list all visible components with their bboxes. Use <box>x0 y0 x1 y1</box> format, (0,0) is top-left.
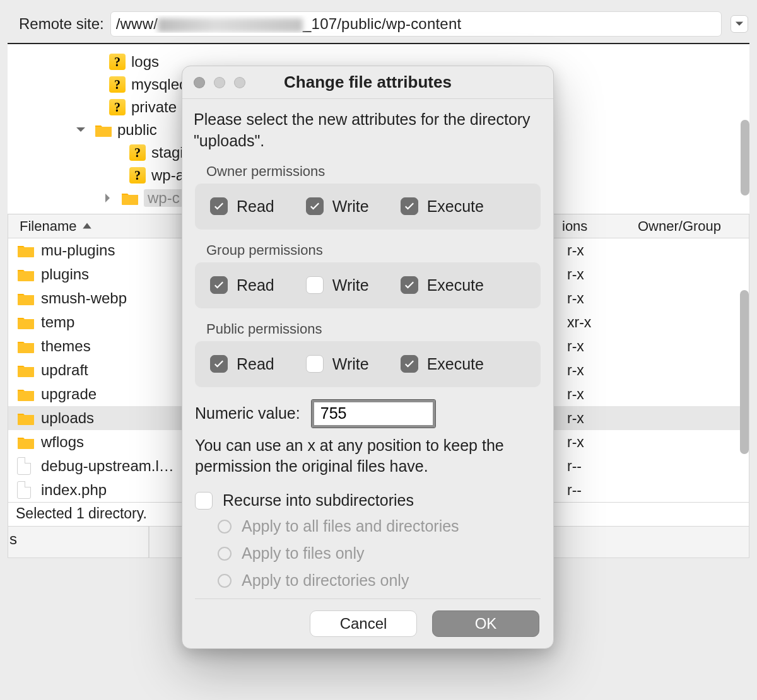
checkbox-icon <box>306 197 324 215</box>
file-permissions: r-x <box>567 410 630 427</box>
file-permissions: r-x <box>567 242 630 259</box>
file-permissions: r-- <box>567 458 630 475</box>
tree-item-label: stagi <box>151 144 184 161</box>
col-filename[interactable]: Filename <box>20 218 76 235</box>
file-permissions: r-- <box>567 482 630 499</box>
owner-read-checkbox[interactable]: Read <box>210 197 274 216</box>
checkbox-icon <box>401 276 418 294</box>
checkbox-icon <box>210 276 228 294</box>
owner-write-checkbox[interactable]: Write <box>306 197 369 216</box>
file-permissions: r-x <box>567 434 630 451</box>
folder-icon <box>17 290 37 306</box>
unknown-folder-icon: ? <box>129 145 146 160</box>
radio-icon <box>218 574 232 588</box>
file-icon <box>17 482 37 498</box>
scrollbar[interactable] <box>740 290 749 454</box>
tree-item-label: mysqled <box>131 76 187 93</box>
group-write-checkbox[interactable]: Write <box>306 276 369 295</box>
numeric-value-input[interactable] <box>312 400 435 428</box>
file-permissions: r-x <box>567 290 630 307</box>
folder-icon <box>17 434 37 450</box>
radio-icon <box>218 547 232 561</box>
chevron-right-icon <box>102 193 112 203</box>
ok-button[interactable]: OK <box>432 610 539 637</box>
unknown-folder-icon: ? <box>109 54 126 69</box>
tree-item-label: private <box>131 98 177 116</box>
folder-icon <box>17 266 37 283</box>
recurse-checkbox[interactable]: Recurse into subdirectories <box>195 491 541 510</box>
perm-group-label: Group permissions <box>206 242 542 259</box>
tree-item-label: wp-a <box>151 166 184 184</box>
col-permissions[interactable]: ions <box>562 218 625 235</box>
file-permissions: xr-x <box>567 314 630 331</box>
file-permissions: r-x <box>567 386 630 403</box>
perm-group-owner: ReadWriteExecute <box>195 184 541 230</box>
folder-icon <box>17 338 37 354</box>
file-permissions: r-x <box>567 338 630 355</box>
folder-icon <box>17 314 37 330</box>
unknown-folder-icon: ? <box>129 168 146 183</box>
recurse-option: Apply to files only <box>218 544 542 563</box>
owner-execute-checkbox[interactable]: Execute <box>401 197 484 216</box>
folder-icon <box>17 386 37 402</box>
public-write-checkbox[interactable]: Write <box>306 355 369 373</box>
checkbox-icon <box>401 197 418 215</box>
perm-group-label: Owner permissions <box>206 163 542 180</box>
scrollbar[interactable] <box>741 120 749 195</box>
public-execute-checkbox[interactable]: Execute <box>401 355 484 373</box>
unknown-folder-icon: ? <box>109 100 126 115</box>
recurse-option: Apply to all files and directories <box>218 517 542 535</box>
checkbox-icon <box>306 276 324 294</box>
numeric-value-label: Numeric value: <box>195 404 300 423</box>
tree-item-label: logs <box>131 53 159 71</box>
group-execute-checkbox[interactable]: Execute <box>401 276 484 295</box>
remote-path-dropdown[interactable] <box>731 15 748 33</box>
numeric-hint: You can use an x at any position to keep… <box>195 435 541 478</box>
redacted-segment <box>158 18 303 32</box>
tree-item-label: wp-c <box>144 189 184 207</box>
recurse-option: Apply to directories only <box>218 571 542 590</box>
col-owner-group[interactable]: Owner/Group <box>625 218 749 235</box>
sort-asc-icon <box>81 221 93 232</box>
remote-site-bar: Remote site: /www/_107/public/wp-content <box>0 0 757 43</box>
dialog-instructions: Please select the new attributes for the… <box>194 109 542 152</box>
change-attributes-dialog: Change file attributes Please select the… <box>182 66 554 649</box>
dialog-titlebar[interactable]: Change file attributes <box>182 66 553 99</box>
cancel-button[interactable]: Cancel <box>310 610 417 637</box>
chevron-down-icon <box>735 20 744 28</box>
file-permissions: r-x <box>567 362 630 379</box>
file-icon <box>17 458 37 474</box>
perm-group-group: ReadWriteExecute <box>195 262 541 308</box>
remote-path-input[interactable]: /www/_107/public/wp-content <box>110 11 722 37</box>
folder-icon <box>95 122 112 137</box>
chevron-down-icon <box>76 125 86 135</box>
checkbox-icon <box>210 197 228 215</box>
window-close-icon[interactable] <box>194 77 205 88</box>
window-minimize-icon[interactable] <box>214 77 225 88</box>
folder-icon <box>17 362 37 378</box>
radio-icon <box>218 520 232 534</box>
folder-icon <box>121 190 139 206</box>
folder-icon <box>17 242 37 259</box>
checkbox-icon <box>401 355 418 373</box>
perm-group-label: Public permissions <box>206 321 542 337</box>
group-read-checkbox[interactable]: Read <box>210 276 274 295</box>
public-read-checkbox[interactable]: Read <box>210 355 274 373</box>
unknown-folder-icon: ? <box>109 77 126 92</box>
tree-item-label: public <box>117 121 157 139</box>
checkbox-icon <box>306 355 324 373</box>
checkbox-icon <box>210 355 228 373</box>
perm-group-public: ReadWriteExecute <box>195 341 541 387</box>
folder-icon <box>17 410 37 426</box>
checkbox-icon <box>195 492 213 510</box>
window-zoom-icon[interactable] <box>234 77 245 88</box>
file-permissions: r-x <box>567 266 630 283</box>
remote-site-label: Remote site: <box>19 15 104 33</box>
